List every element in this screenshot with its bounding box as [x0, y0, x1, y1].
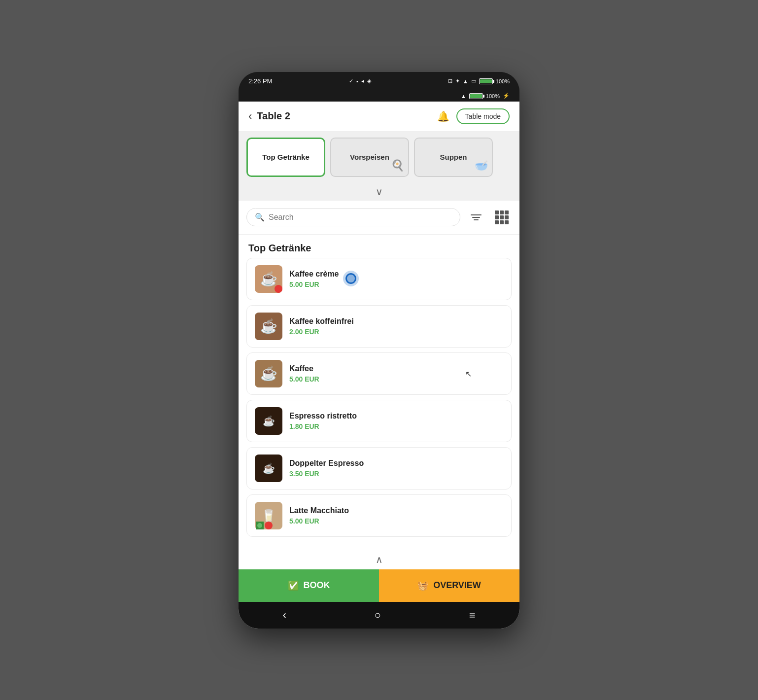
status-bar-2: ▲ 100% ⚡ — [239, 91, 519, 102]
cursor-indicator — [345, 273, 356, 284]
item-name-4: Espresso ristretto — [289, 412, 503, 420]
status-bar: 2:26 PM ✓ ▪ ◂ ◈ ⊡ ✦ ▲ ▭ 100% — [239, 72, 519, 91]
book-button[interactable]: ✅ BOOK — [239, 569, 379, 602]
status-right: ⊡ ✦ ▲ ▭ 100% — [448, 78, 510, 84]
nav-home-button[interactable]: ○ — [375, 609, 381, 622]
chevron-up-area[interactable]: ∧ — [239, 550, 519, 569]
phone-frame: 2:26 PM ✓ ▪ ◂ ◈ ⊡ ✦ ▲ ▭ 100% ▲ 100% ⚡ — [239, 72, 519, 629]
header: ‹ Table 2 🔔 Table mode — [239, 102, 519, 132]
category-suppen[interactable]: Suppen 🥣 — [414, 138, 493, 177]
menu-item-1[interactable]: ☕ Kaffee crème 5.00 EUR — [246, 258, 512, 300]
item-name-6: Latte Macchiato — [289, 506, 503, 515]
chevron-down-icon: ∨ — [376, 186, 383, 198]
book-label: BOOK — [304, 580, 330, 591]
item-price-1: 5.00 EUR — [289, 280, 503, 288]
item-price-6: 5.00 EUR — [289, 517, 503, 525]
search-area: 🔍 — [239, 201, 519, 235]
search-icon: 🔍 — [255, 212, 265, 222]
check-circle-icon: ✅ — [288, 580, 299, 591]
nav-back-button[interactable]: ‹ — [282, 609, 286, 622]
item-name-2: Kaffee koffeinfrei — [289, 317, 503, 326]
item-price-2: 2.00 EUR — [289, 328, 503, 336]
menu-item-4[interactable]: ☕ Espresso ristretto 1.80 EUR — [246, 400, 512, 442]
menu-item-6[interactable]: 🥛 Latte Macchiato 5.00 EUR — [246, 494, 512, 537]
categories-bar: Top Getränke Vorspeisen 🍳 Suppen 🥣 — [239, 132, 519, 183]
wifi-icon-2: ▲ — [461, 93, 466, 99]
android-nav-bar: ‹ ○ ≡ — [239, 602, 519, 629]
item-image-5: ☕ — [255, 455, 282, 482]
square-icon: ▪ — [356, 78, 358, 84]
category-label: Vorspeisen — [350, 153, 389, 161]
item-info-4: Espresso ristretto 1.80 EUR — [289, 412, 503, 430]
signal-icon: ◈ — [367, 78, 371, 84]
filter-button[interactable] — [466, 208, 486, 227]
filter-icon — [471, 214, 482, 220]
category-label: Top Getränke — [262, 153, 310, 161]
battery-bar — [479, 78, 493, 84]
item-info-6: Latte Macchiato 5.00 EUR — [289, 506, 503, 525]
menu-item-2[interactable]: ☕ Kaffee koffeinfrei 2.00 EUR — [246, 305, 512, 348]
item-image-4: ☕ — [255, 407, 282, 435]
suppen-icon: 🥣 — [475, 159, 488, 172]
item-image-3: ☕ — [255, 360, 282, 387]
item-name-1: Kaffee crème — [289, 270, 503, 279]
basket-icon: 🧺 — [417, 580, 428, 591]
wifi-icon: ▲ — [463, 78, 468, 84]
menu-list: ☕ Kaffee crème 5.00 EUR ☕ Kaffee koffein… — [239, 258, 519, 550]
badge-red-1 — [275, 285, 282, 293]
battery-bar-2 — [469, 93, 483, 99]
menu-item-5[interactable]: ☕ Doppelter Espresso 3.50 EUR — [246, 447, 512, 490]
item-image-2: ☕ — [255, 313, 282, 340]
bt-icon: ✦ — [455, 78, 460, 84]
item-info-2: Kaffee koffeinfrei 2.00 EUR — [289, 317, 503, 336]
nav-icon: ◂ — [361, 78, 364, 84]
phone-icon: ▭ — [471, 78, 476, 84]
check-icon: ✓ — [349, 78, 353, 84]
item-price-5: 3.50 EUR — [289, 470, 503, 478]
grid-icon — [495, 210, 509, 224]
overview-label: OVERVIEW — [433, 580, 481, 591]
vorspeisen-icon: 🍳 — [391, 159, 404, 172]
header-left: ‹ Table 2 — [248, 110, 290, 122]
menu-item-3[interactable]: ☕ Kaffee 5.00 EUR ↖ — [246, 352, 512, 395]
overview-button[interactable]: 🧺 OVERVIEW — [379, 569, 519, 602]
battery-pct: 100% — [496, 78, 510, 84]
status-icons: ✓ ▪ ◂ ◈ — [349, 78, 371, 84]
cursor-arrow-3: ↖ — [465, 369, 472, 378]
nav-menu-button[interactable]: ≡ — [469, 609, 476, 622]
item-name-5: Doppelter Espresso — [289, 459, 503, 468]
app-content: ‹ Table 2 🔔 Table mode Top Getränke Vors… — [239, 102, 519, 629]
item-info-1: Kaffee crème 5.00 EUR — [289, 270, 503, 288]
battery-fill-2 — [470, 94, 482, 98]
status-time: 2:26 PM — [248, 77, 272, 85]
charging-icon: ⚡ — [503, 93, 510, 99]
notification-icon[interactable]: 🔔 — [437, 110, 449, 122]
item-info-5: Doppelter Espresso 3.50 EUR — [289, 459, 503, 478]
header-right: 🔔 Table mode — [437, 108, 510, 124]
grid-view-button[interactable] — [492, 208, 512, 227]
category-label: Suppen — [440, 153, 467, 161]
back-button[interactable]: ‹ — [248, 111, 252, 122]
search-input[interactable] — [269, 213, 452, 222]
badge-red-6 — [265, 522, 273, 529]
cast-icon: ⊡ — [448, 78, 452, 84]
chevron-up-icon: ∧ — [376, 554, 383, 565]
item-price-4: 1.80 EUR — [289, 422, 503, 430]
bottom-actions: ✅ BOOK 🧺 OVERVIEW — [239, 569, 519, 602]
search-input-wrap[interactable]: 🔍 — [246, 208, 460, 226]
category-top-getraenke[interactable]: Top Getränke — [246, 138, 325, 177]
page-title: Table 2 — [257, 110, 290, 122]
table-mode-button[interactable]: Table mode — [456, 108, 510, 124]
battery-pct-2: 100% — [486, 93, 500, 99]
category-vorspeisen[interactable]: Vorspeisen 🍳 — [330, 138, 409, 177]
section-title: Top Getränke — [239, 235, 519, 258]
chevron-down-area[interactable]: ∨ — [239, 183, 519, 201]
battery-fill — [480, 79, 492, 83]
badge-green-6 — [256, 522, 264, 529]
